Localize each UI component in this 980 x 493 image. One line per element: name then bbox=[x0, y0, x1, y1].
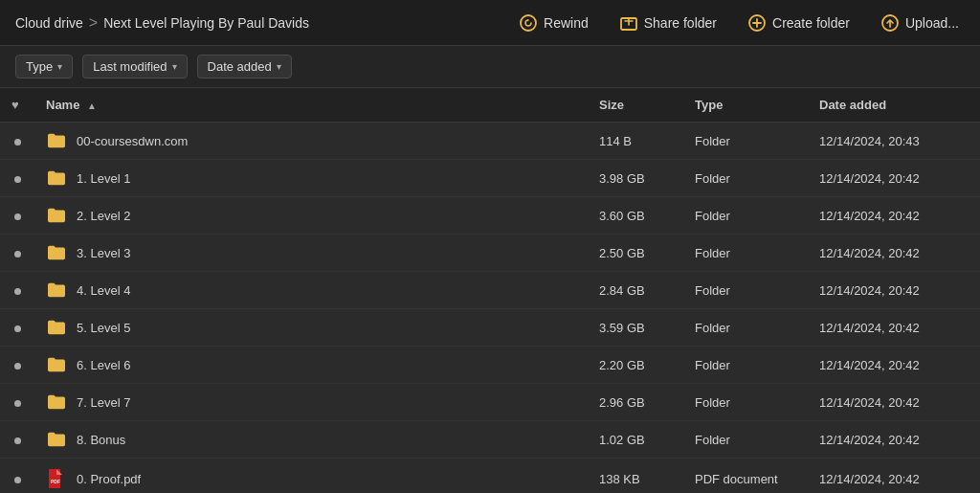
table-row[interactable]: 8. Bonus1.02 GBFolder12/14/2024, 20:42 bbox=[0, 421, 980, 459]
pdf-icon: PDF bbox=[46, 468, 67, 489]
table-row[interactable]: 6. Level 62.20 GBFolder12/14/2024, 20:42 bbox=[0, 347, 980, 384]
filter-last-modified-button[interactable]: Last modified ▾ bbox=[82, 55, 187, 78]
folder-icon bbox=[46, 207, 67, 224]
rewind-button[interactable]: Rewind bbox=[513, 10, 594, 36]
name-cell[interactable]: 3. Level 3 bbox=[34, 235, 588, 272]
fav-cell bbox=[0, 384, 34, 421]
sort-asc-icon: ▲ bbox=[87, 101, 97, 111]
filter-type-button[interactable]: Type ▾ bbox=[15, 55, 73, 78]
svg-point-0 bbox=[521, 15, 536, 31]
type-cell: PDF document bbox=[683, 459, 808, 494]
col-header-date-added: Date added bbox=[808, 88, 980, 123]
col-header-size: Size bbox=[588, 88, 683, 123]
name-cell[interactable]: 4. Level 4 bbox=[34, 272, 588, 309]
folder-icon bbox=[46, 393, 67, 411]
table-row[interactable]: 3. Level 32.50 GBFolder12/14/2024, 20:42 bbox=[0, 235, 980, 272]
fav-dot-icon bbox=[14, 437, 21, 444]
size-cell: 3.59 GB bbox=[588, 309, 683, 347]
type-cell: Folder bbox=[683, 160, 808, 197]
folder-icon bbox=[46, 244, 67, 261]
file-name: 5. Level 5 bbox=[77, 321, 130, 335]
upload-button[interactable]: Upload... bbox=[875, 10, 965, 36]
fav-cell bbox=[0, 160, 34, 197]
share-folder-button[interactable]: Share folder bbox=[613, 10, 723, 36]
name-cell[interactable]: 8. Bonus bbox=[34, 421, 588, 459]
name-cell[interactable]: PDF 0. Proof.pdf bbox=[34, 459, 588, 494]
name-cell[interactable]: 2. Level 2 bbox=[34, 197, 588, 235]
rewind-icon bbox=[519, 13, 538, 33]
table-row[interactable]: 1. Level 13.98 GBFolder12/14/2024, 20:42 bbox=[0, 160, 980, 197]
fav-cell bbox=[0, 123, 34, 160]
filter-type-label: Type bbox=[26, 59, 53, 74]
create-folder-button[interactable]: Create folder bbox=[742, 10, 856, 36]
file-name: 00-coursesdwn.com bbox=[77, 134, 188, 148]
type-cell: Folder bbox=[683, 197, 808, 235]
filter-bar: Type ▾ Last modified ▾ Date added ▾ bbox=[0, 46, 980, 88]
file-name: 4. Level 4 bbox=[77, 283, 130, 298]
size-cell: 3.60 GB bbox=[588, 197, 683, 235]
fav-dot-icon bbox=[14, 139, 21, 146]
name-cell[interactable]: 6. Level 6 bbox=[34, 347, 588, 384]
type-cell: Folder bbox=[683, 309, 808, 347]
chevron-down-icon: ▾ bbox=[172, 61, 177, 72]
fav-dot-icon bbox=[14, 400, 21, 407]
fav-cell bbox=[0, 197, 34, 235]
folder-icon bbox=[46, 356, 67, 373]
table-row[interactable]: 5. Level 53.59 GBFolder12/14/2024, 20:42 bbox=[0, 309, 980, 347]
create-folder-icon bbox=[747, 13, 767, 33]
breadcrumb-current: Next Level Playing By Paul Davids bbox=[103, 15, 309, 31]
file-name: 7. Level 7 bbox=[77, 395, 130, 410]
folder-icon bbox=[46, 431, 67, 448]
folder-icon bbox=[46, 132, 67, 149]
size-cell: 138 KB bbox=[588, 459, 683, 494]
date-added-cell: 12/14/2024, 20:42 bbox=[808, 421, 980, 459]
name-cell[interactable]: 5. Level 5 bbox=[34, 309, 588, 347]
table-header-row: ♥ Name ▲ Size Type Date added bbox=[0, 88, 980, 123]
date-added-cell: 12/14/2024, 20:42 bbox=[808, 160, 980, 197]
name-cell[interactable]: 1. Level 1 bbox=[34, 160, 588, 197]
upload-label: Upload... bbox=[905, 15, 959, 31]
upload-icon bbox=[880, 13, 900, 33]
fav-dot-icon bbox=[14, 176, 21, 183]
size-cell: 1.02 GB bbox=[588, 421, 683, 459]
fav-dot-icon bbox=[14, 288, 21, 295]
folder-icon bbox=[46, 281, 67, 299]
filter-date-added-button[interactable]: Date added ▾ bbox=[197, 55, 292, 78]
fav-dot-icon bbox=[14, 363, 21, 370]
size-cell: 2.20 GB bbox=[588, 347, 683, 384]
type-cell: Folder bbox=[683, 384, 808, 421]
filter-last-modified-label: Last modified bbox=[93, 59, 167, 74]
fav-cell bbox=[0, 309, 34, 347]
file-name: 2. Level 2 bbox=[77, 209, 130, 223]
name-cell[interactable]: 00-coursesdwn.com bbox=[34, 123, 588, 160]
type-cell: Folder bbox=[683, 347, 808, 384]
type-cell: Folder bbox=[683, 235, 808, 272]
size-cell: 114 B bbox=[588, 123, 683, 160]
size-cell: 2.84 GB bbox=[588, 272, 683, 309]
table-row[interactable]: PDF 0. Proof.pdf138 KBPDF document12/14/… bbox=[0, 459, 980, 494]
col-header-name[interactable]: Name ▲ bbox=[34, 88, 588, 123]
chevron-down-icon: ▾ bbox=[57, 61, 62, 72]
table-row[interactable]: 4. Level 42.84 GBFolder12/14/2024, 20:42 bbox=[0, 272, 980, 309]
heart-icon: ♥ bbox=[11, 98, 19, 112]
table-row[interactable]: 2. Level 23.60 GBFolder12/14/2024, 20:42 bbox=[0, 197, 980, 235]
fav-dot-icon bbox=[14, 213, 21, 220]
size-cell: 2.50 GB bbox=[588, 235, 683, 272]
fav-cell bbox=[0, 459, 34, 494]
name-cell[interactable]: 7. Level 7 bbox=[34, 384, 588, 421]
table-row[interactable]: 7. Level 72.96 GBFolder12/14/2024, 20:42 bbox=[0, 384, 980, 421]
breadcrumb: Cloud drive > Next Level Playing By Paul… bbox=[15, 14, 505, 32]
fav-cell bbox=[0, 347, 34, 384]
breadcrumb-home[interactable]: Cloud drive bbox=[15, 15, 83, 31]
col-header-fav: ♥ bbox=[0, 88, 34, 123]
header-actions: Rewind Share folder Create folder bbox=[513, 10, 965, 36]
table-row[interactable]: 00-coursesdwn.com114 BFolder12/14/2024, … bbox=[0, 123, 980, 160]
file-name: 8. Bonus bbox=[77, 433, 125, 447]
size-cell: 2.96 GB bbox=[588, 384, 683, 421]
chevron-down-icon: ▾ bbox=[277, 61, 281, 72]
fav-dot-icon bbox=[14, 325, 21, 332]
type-cell: Folder bbox=[683, 123, 808, 160]
date-added-cell: 12/14/2024, 20:42 bbox=[808, 347, 980, 384]
type-cell: Folder bbox=[683, 421, 808, 459]
share-icon bbox=[619, 13, 638, 33]
